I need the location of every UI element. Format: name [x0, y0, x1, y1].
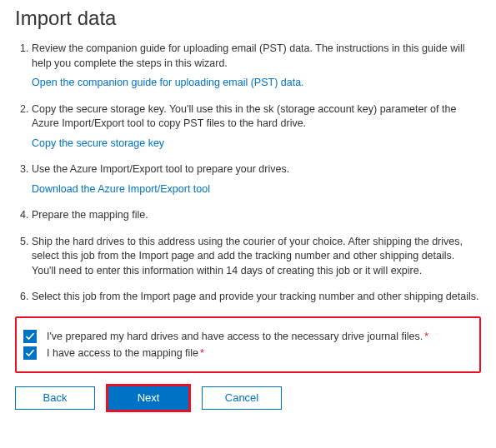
back-button[interactable]: Back	[15, 386, 95, 410]
page-title: Import data	[15, 7, 481, 30]
step-4: Prepare the mapping file.	[32, 208, 481, 223]
step-4-text: Prepare the mapping file.	[32, 209, 148, 221]
steps-list: Review the companion guide for uploading…	[15, 42, 481, 305]
step-3-text: Use the Azure Import/Export tool to prep…	[32, 163, 289, 175]
step-2-text: Copy the secure storage key. You'll use …	[32, 103, 456, 130]
import-data-wizard: Import data Review the companion guide f…	[0, 0, 496, 421]
step-6: Select this job from the Import page and…	[32, 290, 481, 305]
step-2: Copy the secure storage key. You'll use …	[32, 102, 481, 152]
download-import-export-tool-link[interactable]: Download the Azure Import/Export tool	[32, 182, 481, 197]
button-row: Back Next Cancel	[15, 386, 481, 410]
check-icon	[25, 331, 35, 341]
required-mark: *	[200, 347, 204, 359]
cancel-button[interactable]: Cancel	[202, 386, 282, 410]
open-companion-guide-link[interactable]: Open the companion guide for uploading e…	[32, 76, 481, 91]
step-1-text: Review the companion guide for uploading…	[32, 42, 465, 69]
mapping-file-label: I have access to the mapping file*	[47, 347, 204, 359]
drives-prepared-checkbox[interactable]	[23, 330, 37, 343]
mapping-file-row: I have access to the mapping file*	[23, 346, 473, 360]
step-6-text: Select this job from the Import page and…	[32, 291, 478, 302]
next-button[interactable]: Next	[108, 386, 188, 410]
step-3: Use the Azure Import/Export tool to prep…	[32, 162, 481, 197]
mapping-file-checkbox[interactable]	[23, 346, 37, 360]
check-icon	[25, 348, 35, 358]
copy-storage-key-link[interactable]: Copy the secure storage key	[32, 137, 481, 152]
step-5: Ship the hard drives to this address usi…	[32, 235, 481, 279]
step-1: Review the companion guide for uploading…	[32, 42, 481, 91]
drives-prepared-text: I've prepared my hard drives and have ac…	[47, 331, 423, 342]
drives-prepared-row: I've prepared my hard drives and have ac…	[23, 330, 473, 343]
confirmation-section: I've prepared my hard drives and have ac…	[15, 316, 481, 373]
required-mark: *	[424, 331, 428, 342]
mapping-file-text: I have access to the mapping file	[47, 347, 198, 359]
drives-prepared-label: I've prepared my hard drives and have ac…	[47, 331, 428, 342]
step-5-text: Ship the hard drives to this address usi…	[32, 236, 463, 276]
